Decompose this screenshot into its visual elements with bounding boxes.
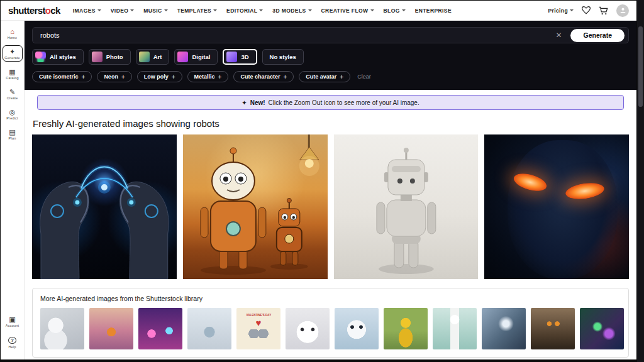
plus-icon: + (218, 74, 222, 80)
library-thumb-yellow-robot[interactable] (384, 308, 428, 349)
library-thumb-cyberpunk-face[interactable] (580, 308, 624, 349)
banner-highlight: New! (250, 99, 265, 106)
generator-panel: ✕ Generate All styles Photo Art (25, 21, 636, 90)
sidebar-item-account[interactable]: Account (3, 313, 23, 329)
top-navbar: shutterstock IMAGES VIDEO MUSIC TEMPLATE… (1, 1, 636, 21)
account-icon (9, 315, 15, 323)
nav-item-music[interactable]: MUSIC (143, 8, 167, 14)
photo-style-thumbnail (92, 52, 103, 62)
keyword-chip-cute-isometric[interactable]: Cute isometric+ (32, 71, 92, 82)
grid-icon (9, 68, 15, 75)
chevron-down-icon (308, 9, 312, 11)
valentine-caption: VALENTINE'S DAY (246, 314, 271, 317)
sidebar-item-help[interactable]: Help (3, 333, 23, 351)
sidebar-item-home[interactable]: Home (3, 25, 23, 41)
keyword-chip-cute-character[interactable]: Cute character+ (233, 71, 294, 82)
generated-image-dark-robot-face[interactable] (484, 134, 629, 279)
browser-page: shutterstock IMAGES VIDEO MUSIC TEMPLATE… (1, 1, 636, 359)
sidebar-item-generate[interactable]: Generate (3, 45, 23, 62)
scrollbar[interactable] (637, 0, 644, 362)
sidebar-item-plan[interactable]: Plan (3, 126, 23, 142)
style-chip-3d[interactable]: 3D (223, 49, 257, 65)
library-thumb-misty-robot[interactable] (187, 308, 231, 349)
nav-item-3d-models[interactable]: 3D MODELS (272, 8, 311, 14)
target-icon (9, 108, 16, 116)
board-icon (9, 128, 15, 136)
library-title: More AI-generated images from the Shutte… (40, 295, 621, 302)
user-avatar[interactable] (616, 4, 629, 17)
nav-item-templates[interactable]: TEMPLATES (177, 8, 217, 14)
chevron-down-icon (259, 9, 263, 11)
favorites-heart-icon[interactable] (582, 6, 591, 14)
nav-item-video[interactable]: VIDEO (111, 8, 134, 14)
shutterstock-logo[interactable]: shutterstock (8, 5, 60, 16)
library-thumb-podium-robot[interactable] (433, 308, 477, 349)
style-chip-digital[interactable]: Digital (174, 49, 218, 65)
keyword-chip-metallic[interactable]: Metallic+ (187, 71, 229, 82)
results-heading: Freshly AI-generated images showing robo… (33, 118, 636, 129)
library-thumb-chrome-cyborg[interactable] (482, 308, 526, 349)
style-filter-row: All styles Photo Art Digital 3D (32, 49, 629, 65)
pencil-icon (9, 88, 15, 96)
style-chip-art[interactable]: Art (136, 49, 170, 65)
style-chip-photo[interactable]: Photo (89, 49, 131, 65)
cart-icon[interactable] (599, 6, 608, 15)
zoom-out-announcement-banner[interactable]: New! Click the Zoom Out icon to see more… (37, 95, 624, 110)
digital-style-thumbnail (177, 52, 188, 62)
library-thumb-cute-robot-head[interactable] (335, 308, 379, 349)
chevron-down-icon (570, 9, 574, 11)
pricing-menu[interactable]: Pricing (548, 8, 574, 14)
nav-item-creative-flow[interactable]: CREATIVE FLOW (321, 8, 374, 14)
chevron-down-icon (213, 9, 217, 11)
library-thumbnail-row: VALENTINE'S DAY ♥ (40, 308, 621, 349)
generated-image-cartoon-robots[interactable] (183, 134, 328, 279)
keyword-suggestion-row: Cute isometric+ Neon+ Low poly+ Metallic… (32, 71, 629, 82)
generated-image-gallery (32, 134, 629, 279)
scrollbar-thumb[interactable] (638, 26, 643, 107)
nav-item-images[interactable]: IMAGES (73, 8, 101, 14)
sidebar-item-catalog[interactable]: Catalog (3, 65, 23, 82)
main-nav: IMAGES VIDEO MUSIC TEMPLATES EDITORIAL 3… (73, 8, 452, 14)
clear-keywords-link[interactable]: Clear (357, 74, 371, 80)
generate-button[interactable]: Generate (570, 29, 625, 42)
white-robot-illustration (334, 134, 479, 279)
style-chip-all-styles[interactable]: All styles (32, 49, 84, 65)
banner-text: Click the Zoom Out icon to see more of y… (269, 99, 419, 106)
plus-icon: + (172, 74, 175, 80)
cartoon-robots-illustration (183, 134, 328, 279)
library-section: More AI-generated images from the Shutte… (32, 288, 629, 358)
library-thumb-rusty-robot[interactable] (531, 308, 575, 349)
style-chip-no-styles[interactable]: No styles (262, 49, 304, 65)
chevron-down-icon (164, 9, 168, 11)
keyword-chip-cute-avatar[interactable]: Cute avatar+ (299, 71, 350, 82)
chevron-down-icon (402, 9, 406, 11)
library-thumb-sunset-robot[interactable] (89, 308, 133, 349)
all-styles-thumbnail (35, 52, 46, 62)
3d-style-thumbnail (226, 52, 237, 62)
sidebar-item-create[interactable]: Create (3, 85, 23, 102)
library-thumb-desk-robot[interactable] (40, 308, 84, 349)
keyword-chip-low-poly[interactable]: Low poly+ (137, 71, 182, 82)
prompt-input[interactable] (40, 31, 547, 39)
keyword-chip-neon[interactable]: Neon+ (97, 71, 131, 82)
left-sidebar: Home Generate Catalog Create Predict Pla… (1, 21, 25, 359)
nav-item-blog[interactable]: BLOG (384, 8, 406, 14)
library-thumb-valentine-card[interactable]: VALENTINE'S DAY ♥ (236, 308, 280, 349)
logo-text: shutterst (8, 5, 45, 16)
plus-icon: + (340, 74, 343, 80)
plus-icon: + (121, 74, 125, 80)
clear-prompt-icon[interactable]: ✕ (553, 31, 564, 40)
robot-head-silhouette (508, 140, 618, 279)
sidebar-item-predict[interactable]: Predict (3, 106, 23, 122)
chrome-heads-illustration (32, 134, 177, 279)
library-thumb-neon-bar-robots[interactable] (138, 308, 182, 349)
generated-image-white-robot[interactable] (334, 134, 479, 279)
plus-icon: + (283, 74, 287, 80)
chevron-down-icon (97, 9, 101, 11)
generated-image-chrome-heads[interactable] (32, 134, 177, 279)
library-thumb-robot-cat[interactable] (286, 308, 330, 349)
nav-item-editorial[interactable]: EDITORIAL (226, 8, 263, 14)
main-content: ✕ Generate All styles Photo Art (25, 21, 636, 359)
nav-item-enterprise[interactable]: ENTERPRISE (415, 8, 452, 14)
chevron-down-icon (370, 9, 374, 11)
